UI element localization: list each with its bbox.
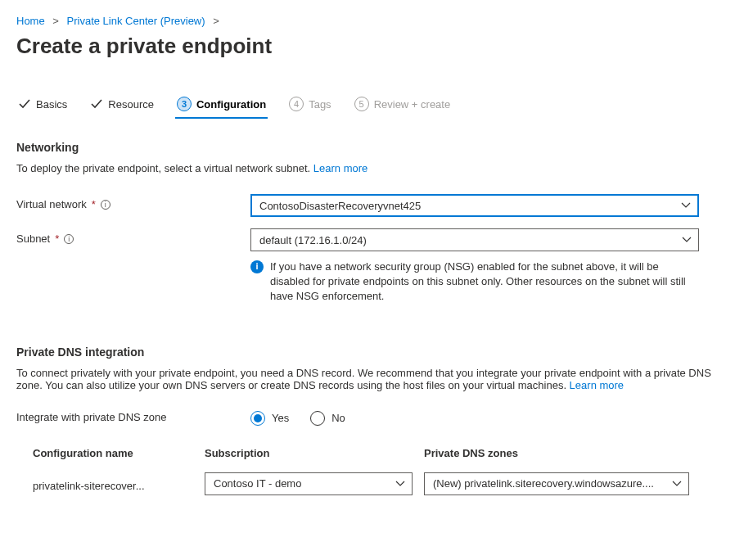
required-indicator: * [92,198,96,210]
subscription-select[interactable]: Contoso IT - demo [205,472,413,495]
chevron-down-icon [395,479,405,489]
required-indicator: * [55,233,59,245]
step-number: 4 [289,97,304,111]
step-number: 3 [177,97,192,111]
check-icon [18,97,31,111]
dns-heading: Private DNS integration [16,345,719,359]
info-icon: i [250,260,264,273]
info-icon[interactable]: i [101,200,110,210]
table-row: privatelink-siterecover... Contoso IT - … [33,467,719,500]
subnet-label: Subnet [16,233,50,245]
chevron-down-icon [682,235,692,245]
integrate-dns-yes[interactable]: Yes [250,411,289,426]
chevron-down-icon [672,479,682,489]
subnet-select[interactable]: default (172.16.1.0/24) [250,228,699,251]
chevron-right-icon: > [52,15,59,27]
networking-heading: Networking [16,141,719,154]
virtual-network-select[interactable]: ContosoDisasterRecoveryvnet425 [250,194,699,217]
dns-description: To connect privately with your private e… [16,367,719,391]
radio-icon [310,411,325,426]
tab-tags: 4 Tags [287,93,332,118]
tab-review-create: 5 Review + create [353,93,453,118]
subnet-row: Subnet * i default (172.16.1.0/24) i If … [16,228,719,305]
tab-label: Configuration [196,98,266,111]
nsg-note: i If you have a network security group (… [250,260,699,305]
step-number: 5 [354,97,369,111]
dns-zone-select[interactable]: (New) privatelink.siterecovery.windowsaz… [424,472,689,495]
networking-description: To deploy the private endpoint, select a… [16,162,719,174]
check-icon [90,97,103,111]
learn-more-dns[interactable]: Learn more [570,379,624,391]
breadcrumb: Home > Private Link Center (Preview) > [16,15,719,27]
wizard-tabs: Basics Resource 3 Configuration 4 Tags 5… [16,93,719,118]
virtual-network-label: Virtual network [16,198,87,210]
tab-label: Tags [309,98,331,111]
breadcrumb-home[interactable]: Home [16,15,45,27]
col-subscription: Subscription [205,447,413,459]
radio-icon [250,411,265,426]
integrate-dns-row: Integrate with private DNS zone Yes No [16,411,719,426]
tab-label: Resource [108,98,154,111]
breadcrumb-private-link-center[interactable]: Private Link Center (Preview) [67,15,205,27]
learn-more-networking[interactable]: Learn more [313,162,368,174]
col-dns-zones: Private DNS zones [424,447,689,459]
col-config-name: Configuration name [33,447,193,459]
tab-configuration[interactable]: 3 Configuration [175,93,268,118]
config-name-value: privatelink-siterecover... [33,476,193,492]
integrate-dns-label: Integrate with private DNS zone [16,411,167,423]
chevron-right-icon: > [213,15,219,27]
info-icon[interactable]: i [64,234,74,244]
tab-basics[interactable]: Basics [16,94,69,117]
tab-label: Review + create [374,98,451,111]
page-title: Create a private endpoint [16,34,719,59]
tab-label: Basics [36,98,67,111]
integrate-dns-no[interactable]: No [310,411,345,426]
chevron-down-icon [681,201,691,210]
tab-resource[interactable]: Resource [88,94,156,117]
dns-config-table: Configuration name Subscription Private … [33,447,719,500]
virtual-network-row: Virtual network * i ContosoDisasterRecov… [16,194,719,217]
